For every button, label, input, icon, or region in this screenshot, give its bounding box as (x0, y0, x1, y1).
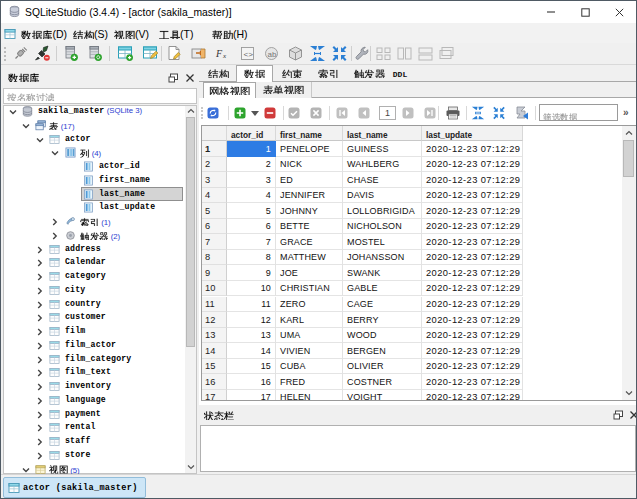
svg-text:F: F (215, 48, 223, 59)
svg-text:ab: ab (268, 50, 277, 59)
svg-text:x: x (222, 52, 227, 60)
svg-text:<>: <> (244, 50, 254, 59)
